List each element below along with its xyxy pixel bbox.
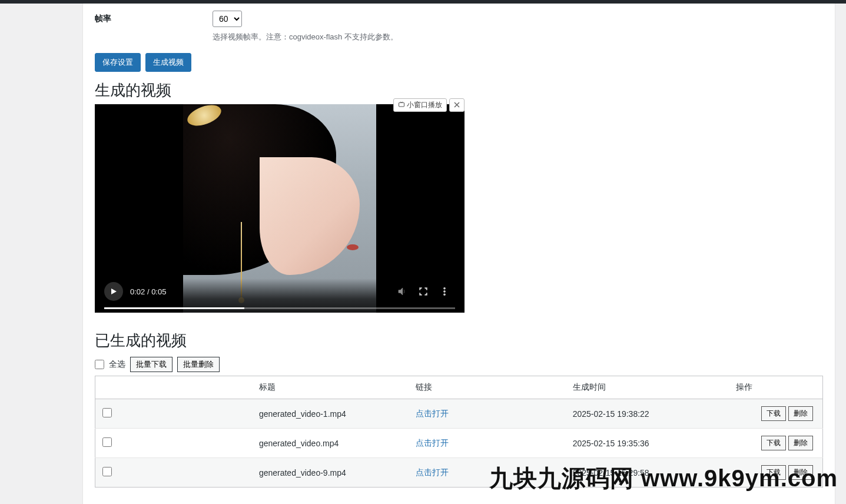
video-area: 小窗口播放 0:02 / 0:05 xyxy=(95,104,465,313)
volume-icon xyxy=(397,286,407,297)
open-link[interactable]: 点击打开 xyxy=(416,438,449,447)
delete-button[interactable]: 删除 xyxy=(788,436,813,450)
bulk-download-button[interactable]: 批量下载 xyxy=(130,357,172,372)
download-button[interactable]: 下载 xyxy=(761,406,786,421)
pip-bar: 小窗口播放 xyxy=(393,98,465,112)
video-player[interactable]: 0:02 / 0:05 xyxy=(95,104,465,313)
framerate-label: 帧率 xyxy=(95,14,213,24)
progress-bar[interactable] xyxy=(104,307,455,309)
framerate-desc: 选择视频帧率。注意：cogvideox-flash 不支持此参数。 xyxy=(213,32,823,42)
cell-title: generated_video.mp4 xyxy=(252,429,409,458)
video-time: 0:02 / 0:05 xyxy=(130,287,166,296)
th-link: 链接 xyxy=(409,376,565,399)
volume-button[interactable] xyxy=(392,281,413,302)
svg-point-2 xyxy=(444,291,446,293)
video-list-heading: 已生成的视频 xyxy=(95,330,823,351)
progress-fill xyxy=(104,307,244,309)
cell-title: generated_video-1.mp4 xyxy=(252,399,409,429)
select-all-label: 全选 xyxy=(109,359,125,370)
svg-point-3 xyxy=(444,294,446,296)
video-controls: 0:02 / 0:05 xyxy=(95,278,465,313)
cell-time: 2025-02-15 19:38:22 xyxy=(566,399,729,429)
table-row: generated_video-9.mp4点击打开2025-02-15 15:2… xyxy=(95,458,823,488)
th-check xyxy=(95,376,252,399)
play-button[interactable] xyxy=(104,282,123,301)
cell-time: 2025-02-15 19:35:36 xyxy=(566,429,729,458)
bulk-delete-button[interactable]: 批量删除 xyxy=(177,357,220,372)
main-panel: 帧率 60 选择视频帧率。注意：cogvideox-flash 不支持此参数。 … xyxy=(82,4,835,504)
cell-title: generated_video-9.mp4 xyxy=(252,458,409,488)
row-checkbox[interactable] xyxy=(102,408,112,417)
tv-icon xyxy=(398,101,405,110)
fullscreen-icon xyxy=(418,286,429,297)
video-table: 标题 链接 生成时间 操作 generated_video-1.mp4点击打开2… xyxy=(95,376,823,488)
framerate-row: 帧率 60 xyxy=(95,11,823,27)
generated-video-heading: 生成的视频 xyxy=(95,80,823,101)
pip-close-button[interactable] xyxy=(449,98,465,112)
framerate-field: 60 xyxy=(213,11,242,27)
download-button[interactable]: 下载 xyxy=(761,465,786,480)
download-button[interactable]: 下载 xyxy=(761,436,786,450)
svg-point-1 xyxy=(444,287,446,289)
th-title: 标题 xyxy=(252,376,409,399)
table-row: generated_video.mp4点击打开2025-02-15 19:35:… xyxy=(95,429,823,458)
svg-rect-0 xyxy=(399,103,404,107)
table-row: generated_video-1.mp4点击打开2025-02-15 19:3… xyxy=(95,399,823,429)
row-checkbox[interactable] xyxy=(102,437,112,447)
close-icon xyxy=(454,101,460,110)
open-link[interactable]: 点击打开 xyxy=(416,409,449,418)
delete-button[interactable]: 删除 xyxy=(788,406,813,421)
select-all-checkbox[interactable] xyxy=(95,360,104,369)
open-link[interactable]: 点击打开 xyxy=(416,467,449,477)
more-icon xyxy=(439,286,450,297)
pip-label: 小窗口播放 xyxy=(407,100,442,110)
framerate-select[interactable]: 60 xyxy=(213,11,242,27)
th-ops: 操作 xyxy=(729,376,823,399)
play-icon xyxy=(110,288,117,295)
delete-button[interactable]: 删除 xyxy=(788,465,813,480)
action-buttons: 保存设置 生成视频 xyxy=(95,53,823,72)
more-button[interactable] xyxy=(434,281,455,302)
fullscreen-button[interactable] xyxy=(413,281,434,302)
cell-time: 2025-02-15 15:29:58 xyxy=(566,458,729,488)
th-time: 生成时间 xyxy=(566,376,729,399)
generate-video-button[interactable]: 生成视频 xyxy=(145,53,191,72)
save-settings-button[interactable]: 保存设置 xyxy=(95,53,141,72)
pip-button[interactable]: 小窗口播放 xyxy=(393,98,447,112)
row-checkbox[interactable] xyxy=(102,467,112,476)
bulk-row: 全选 批量下载 批量删除 xyxy=(95,357,823,372)
